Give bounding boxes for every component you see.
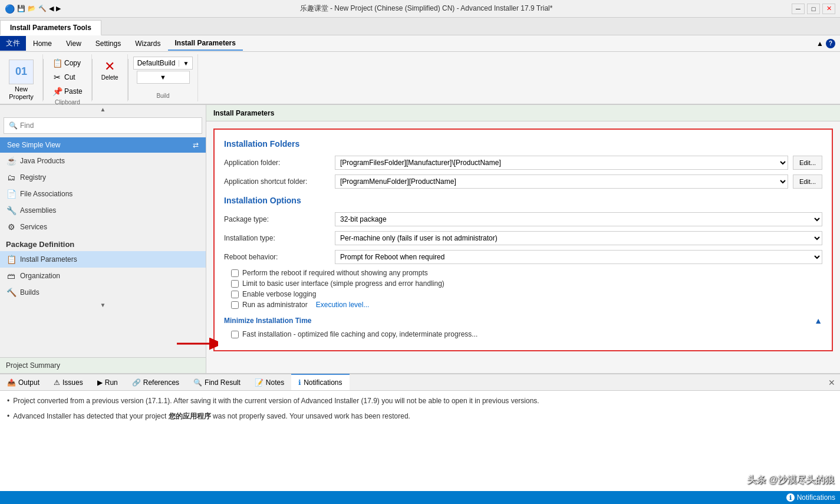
issues-icon: ⚠	[54, 378, 60, 387]
installation-type-row: Installation type: Per-machine only (fai…	[224, 231, 822, 245]
organization-icon: 🗃	[6, 271, 17, 281]
delete-label: Delete	[101, 74, 118, 81]
collapse-ribbon-btn[interactable]: ▲	[816, 39, 823, 48]
toolbar-icon-2[interactable]: 📂	[28, 5, 36, 12]
installation-options-title: Installation Options	[224, 196, 822, 205]
reboot-behavior-combo[interactable]: Prompt for Reboot when required	[335, 250, 822, 264]
app-folder-select[interactable]: [ProgramFilesFolder][Manufacturer]\[Prod…	[335, 156, 788, 169]
maximize-btn[interactable]: □	[807, 4, 820, 14]
app-folder-edit-btn[interactable]: Edit...	[793, 156, 822, 170]
package-type-combo[interactable]: 32-bit package	[335, 212, 822, 226]
sidebar-item-organization[interactable]: 🗃 Organization	[0, 268, 206, 284]
close-bottom-panel-btn[interactable]: ✕	[823, 378, 840, 387]
app-folder-row: Application folder: [ProgramFilesFolder]…	[224, 156, 822, 170]
checkbox-row-4: Run as administrator Execution level...	[231, 301, 822, 309]
package-type-select[interactable]: 32-bit package	[335, 213, 822, 226]
package-type-row: Package type: 32-bit package	[224, 212, 822, 226]
checkbox-verbose[interactable]	[231, 291, 239, 298]
build-group-label: Build	[156, 91, 169, 99]
build-select[interactable]: DefaultBuild ▼	[133, 57, 193, 70]
new-property-button[interactable]: 01 NewProperty	[5, 57, 38, 104]
title-bar-icons: 🔵 💾 📂 🔨 ◀ ▶	[5, 4, 61, 14]
tab-find-result[interactable]: 🔍 Find Result	[186, 374, 248, 391]
tab-notes[interactable]: 📝 Notes	[248, 374, 291, 391]
tab-output[interactable]: 📤 Output	[0, 374, 47, 391]
status-info-icon: ℹ	[786, 493, 795, 502]
sidebar-item-builds[interactable]: 🔨 Builds	[0, 284, 206, 301]
new-property-label: NewProperty	[9, 85, 34, 101]
installation-type-select[interactable]: Per-machine only (fails if user is not a…	[335, 232, 822, 245]
fast-install-row: Fast installation - optimized file cachi…	[231, 330, 822, 338]
scroll-down-indicator[interactable]: ▼	[0, 301, 206, 309]
toolbar-icon-1[interactable]: 💾	[17, 5, 25, 12]
status-notifications[interactable]: ℹ Notifications	[786, 493, 835, 502]
close-btn[interactable]: ✕	[822, 4, 835, 14]
app-shortcut-select[interactable]: [ProgramMenuFolder][ProductName]	[335, 175, 788, 188]
execution-level-link[interactable]: Execution level...	[316, 301, 370, 309]
sidebar-search-box[interactable]: 🔍	[4, 117, 202, 134]
sidebar-item-assemblies[interactable]: 🔧 Assemblies	[0, 202, 206, 219]
tab-references[interactable]: 🔗 References	[125, 374, 186, 391]
sidebar-item-java-products[interactable]: ☕ Java Products	[0, 153, 206, 169]
checkbox-row-1: Perform the reboot if required without s…	[231, 269, 822, 277]
sidebar-item-file-associations[interactable]: 📄 File Associations	[0, 186, 206, 202]
checkbox-reboot[interactable]	[231, 269, 239, 277]
delete-button[interactable]: ✕ Delete	[99, 57, 121, 83]
checkbox-admin-label: Run as administrator	[242, 301, 308, 309]
reboot-behavior-label: Reboot behavior:	[224, 253, 330, 261]
sidebar-item-services[interactable]: ⚙ Services	[0, 219, 206, 235]
menu-home[interactable]: Home	[26, 37, 59, 50]
toolbar-icon-3[interactable]: 🔨	[38, 5, 47, 12]
tab-install-parameters-tools[interactable]: Install Parameters Tools	[0, 20, 101, 35]
tab-issues[interactable]: ⚠ Issues	[47, 374, 90, 391]
checkbox-reboot-label: Perform the reboot if required without s…	[242, 269, 428, 277]
sidebar-item-install-parameters[interactable]: 📋 Install Parameters	[0, 251, 206, 268]
menu-wizards[interactable]: Wizards	[128, 37, 167, 50]
checkbox-row-2: Limit to basic user interface (simple pr…	[231, 279, 822, 288]
app-folder-combo[interactable]: [ProgramFilesFolder][Manufacturer]\[Prod…	[335, 156, 788, 170]
toolbar-icon-4[interactable]: ◀	[49, 5, 54, 12]
scroll-up-indicator[interactable]: ▲	[0, 105, 206, 114]
build-select-arrow[interactable]: ▼	[179, 60, 192, 67]
menu-settings[interactable]: Settings	[88, 37, 128, 50]
content-header: Install Parameters	[206, 105, 840, 121]
ribbon-group-new: 01 NewProperty New	[0, 54, 43, 101]
minimize-section: Minimize Installation Time ▲ Fast instal…	[224, 316, 822, 338]
app-shortcut-combo[interactable]: [ProgramMenuFolder][ProductName]	[335, 174, 788, 189]
help-icon[interactable]: ?	[826, 39, 835, 48]
tab-run[interactable]: ▶ Run	[90, 374, 125, 391]
cut-button[interactable]: ✂ Cut	[48, 71, 87, 84]
installation-type-combo[interactable]: Per-machine only (fails if user is not a…	[335, 231, 822, 245]
sidebar-item-registry[interactable]: 🗂 Registry	[0, 169, 206, 186]
search-input[interactable]	[20, 121, 197, 130]
menu-view[interactable]: View	[59, 37, 88, 50]
builds-icon: 🔨	[6, 287, 17, 298]
assemblies-icon: 🔧	[6, 205, 17, 216]
checkbox-basic-ui[interactable]	[231, 280, 239, 288]
package-type-label: Package type:	[224, 215, 330, 223]
collapse-minimize-btn[interactable]: ▲	[814, 316, 822, 325]
see-simple-view-button[interactable]: See Simple View ⇄	[0, 137, 206, 153]
reboot-behavior-select[interactable]: Prompt for Reboot when required	[335, 251, 822, 263]
paste-button[interactable]: 📌 Paste	[48, 85, 87, 98]
checkbox-verbose-label: Enable verbose logging	[242, 290, 316, 298]
notification-2: • Advanced Installer has detected that y…	[7, 411, 833, 421]
checkbox-admin[interactable]	[231, 301, 239, 309]
bottom-panel: 📤 Output ⚠ Issues ▶ Run 🔗 References 🔍 F…	[0, 373, 840, 491]
tab-notifications[interactable]: ℹ Notifications	[291, 374, 349, 390]
references-icon: 🔗	[132, 378, 141, 387]
app-shortcut-label: Application shortcut folder:	[224, 177, 330, 186]
menu-install-params[interactable]: Install Parameters	[168, 37, 243, 51]
toolbar-icon-5[interactable]: ▶	[56, 5, 61, 12]
checkbox-fast-install[interactable]	[231, 331, 239, 338]
app-shortcut-edit-btn[interactable]: Edit...	[793, 174, 822, 189]
clipboard-buttons: 📋 Copy ✂ Cut 📌 Paste	[48, 57, 87, 98]
menu-file[interactable]: 文件	[0, 36, 26, 51]
build-dropdown[interactable]: ▼	[137, 71, 190, 84]
project-summary[interactable]: Project Summary	[0, 357, 206, 373]
services-icon: ⚙	[6, 222, 17, 232]
bullet-1: •	[7, 396, 9, 406]
minimize-btn[interactable]: ─	[792, 4, 805, 14]
copy-button[interactable]: 📋 Copy	[48, 57, 87, 70]
package-definition-header: Package Definition	[0, 235, 206, 251]
